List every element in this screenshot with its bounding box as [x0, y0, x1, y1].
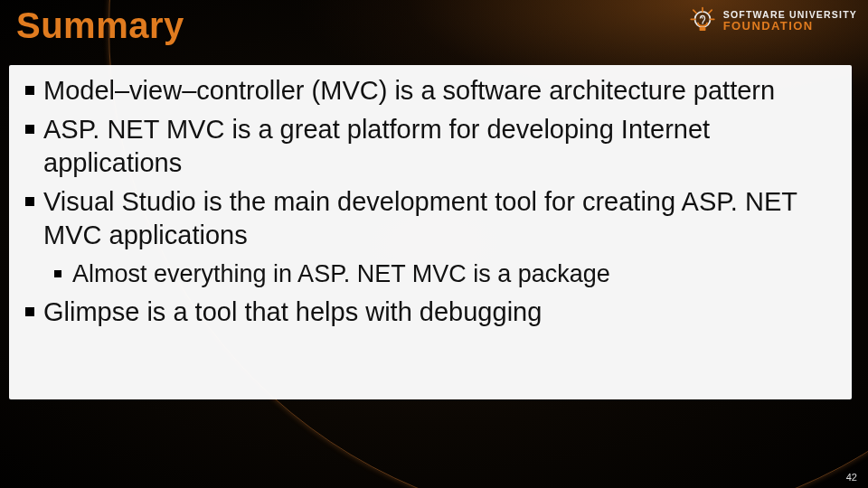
sub-bullet-item: Almost everything in ASP. NET MVC is a p…	[52, 258, 839, 290]
svg-rect-1	[699, 27, 705, 31]
bullet-text: ASP. NET MVC is a great platform for dev…	[43, 115, 710, 177]
bullet-text: Glimpse is a tool that helps with debugg…	[43, 297, 542, 326]
bullet-item: Glimpse is a tool that helps with debugg…	[22, 296, 839, 329]
logo-line2: FOUNDATION	[723, 20, 857, 32]
slide: Summary SOFTWARE UNIVERSITY FOUNDATION M…	[0, 0, 868, 488]
bullet-text: Visual Studio is the main development to…	[43, 187, 797, 249]
lightbulb-icon	[687, 5, 718, 36]
sub-bullet-text: Almost everything in ASP. NET MVC is a p…	[72, 260, 610, 287]
bullet-item: ASP. NET MVC is a great platform for dev…	[22, 113, 839, 180]
logo: SOFTWARE UNIVERSITY FOUNDATION	[687, 5, 857, 36]
page-number: 42	[846, 472, 857, 483]
bullet-item: Model–view–controller (MVC) is a softwar…	[22, 74, 839, 108]
svg-point-0	[694, 12, 710, 27]
logo-text: SOFTWARE UNIVERSITY FOUNDATION	[723, 10, 857, 32]
bullet-text: Model–view–controller (MVC) is a softwar…	[43, 76, 775, 105]
bullet-item: Visual Studio is the main development to…	[22, 185, 839, 289]
slide-title: Summary	[16, 5, 184, 46]
sub-bullet-list: Almost everything in ASP. NET MVC is a p…	[43, 258, 839, 290]
bullet-list: Model–view–controller (MVC) is a softwar…	[22, 74, 839, 329]
content-panel: Model–view–controller (MVC) is a softwar…	[9, 65, 852, 399]
